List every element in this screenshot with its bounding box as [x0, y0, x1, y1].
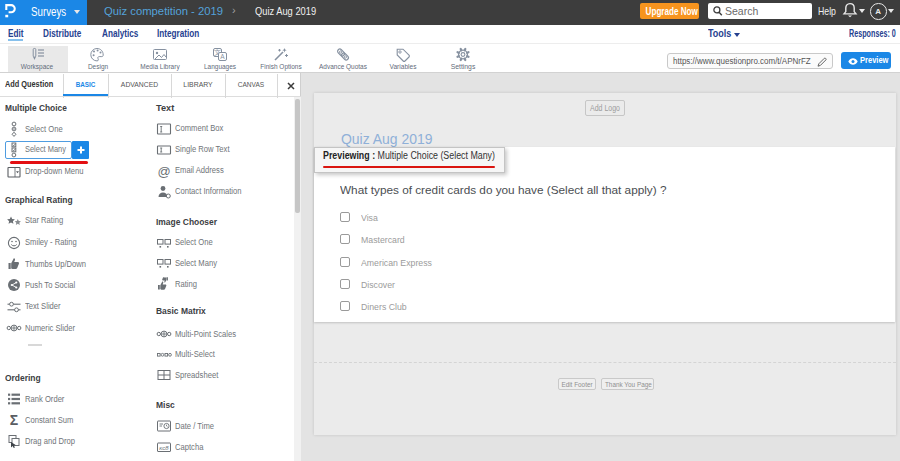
svg-text:A: A	[220, 53, 225, 60]
svg-text:@: @	[157, 163, 170, 178]
svg-text:κc8: κc8	[159, 445, 169, 451]
svg-text:Σ: Σ	[9, 412, 17, 428]
